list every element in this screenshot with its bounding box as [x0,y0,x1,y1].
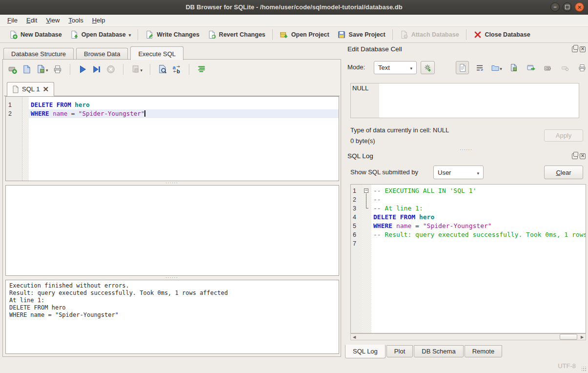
editor-fold-margin [22,97,29,181]
save-sql-file-button[interactable] [36,64,48,74]
find-button[interactable] [158,64,167,74]
minimize-button[interactable] [550,2,560,12]
execute-all-button[interactable] [78,64,87,74]
print-cell-button[interactable] [575,61,588,74]
close-database-button[interactable]: Close Database [469,28,534,41]
titlebar: DB Browser for SQLite - /home/user/code/… [0,0,588,15]
window-title: DB Browser for SQLite - /home/user/code/… [185,3,402,11]
menu-view[interactable]: View [41,15,64,26]
link-button[interactable] [541,61,554,74]
save-cell-icon [509,63,518,72]
mode-select[interactable]: Text [374,61,417,74]
write-changes-button[interactable]: Write Changes [141,28,203,41]
execute-line-button[interactable] [92,64,101,74]
print-icon [53,64,62,74]
open-sql-new-tab-button[interactable] [8,64,18,74]
resize-grip-icon[interactable] [582,367,587,372]
right-dock: Edit Database Cell Mode: Text NULL Type … [344,43,588,373]
attach-database-button: Attach Database [396,28,463,41]
clear-log-button[interactable]: Clear [544,166,583,179]
cell-editor-toolbar [456,61,588,74]
save-sql-dropdown-icon[interactable] [46,65,48,74]
scroll-left-icon[interactable] [351,334,358,340]
auto-apply-button[interactable] [421,61,435,74]
close-panel-icon[interactable] [580,46,586,52]
log-horizontal-scrollbar[interactable] [350,333,586,340]
save-results-icon [131,64,141,74]
open-in-external-button[interactable] [524,61,537,74]
word-wrap-icon [475,63,484,72]
toolbar-separator [189,64,189,75]
new-database-button[interactable]: New Database [5,28,66,41]
sql-log-filter-row: Show SQL submitted by User Clear [350,166,585,180]
tab-sql-log[interactable]: SQL Log [345,345,385,358]
open-project-button[interactable]: Open Project [276,28,333,41]
menu-file[interactable]: File [3,15,22,26]
import-dropdown-icon[interactable] [500,63,502,72]
tab-remote[interactable]: Remote [465,345,503,357]
tab-execute-sql[interactable]: Execute SQL [130,46,183,60]
sql-editor[interactable]: 1 2 DELETE FROM hero WHERE name = "Spide… [5,96,339,181]
gear-icon [424,63,432,72]
submitted-by-select[interactable]: User [433,166,484,179]
close-panel-icon[interactable] [580,153,586,159]
close-database-icon [473,30,482,39]
text-cursor [144,110,145,117]
save-project-icon [337,30,346,39]
tab-browse-data[interactable]: Browse Data [76,48,128,60]
sql-log-view[interactable]: 1 2 3 4 5 6 7 -- EXECUTING ALL IN 'SQL 1… [350,184,586,333]
scroll-right-icon[interactable] [579,334,586,340]
sql-line-1: DELETE FROM hero [29,101,339,109]
undock-panel-icon[interactable] [572,153,578,159]
save-sql-file-icon [36,64,46,74]
save-project-button[interactable]: Save Project [333,28,389,41]
close-sql-tab-icon[interactable]: ✕ [42,85,49,93]
cell-mode-row: Mode: Text [347,61,585,75]
dock-splitter[interactable] [344,148,588,152]
stop-button [106,64,116,74]
toolbar-separator [392,29,393,40]
editor-code-area[interactable]: DELETE FROM hero WHERE name = "Spider-Yo… [29,97,339,181]
fold-collapse-icon[interactable] [364,188,368,193]
svg-text:b: b [177,68,180,74]
print-sql-button[interactable] [53,64,62,74]
tab-plot[interactable]: Plot [386,345,413,357]
sql-1-tab[interactable]: SQL 1 ✕ [7,82,54,96]
open-database-dropdown-icon[interactable] [129,31,131,38]
open-database-button[interactable]: Open Database [66,28,135,41]
execute-sql-pane: ab SQL 1 ✕ 1 2 DELETE FROM hero WHERE na… [2,59,341,357]
cell-value-area[interactable] [379,83,579,118]
results-grid[interactable] [5,185,339,276]
menubar: File Edit View Tools Help [0,15,588,27]
close-button[interactable] [575,2,584,12]
results-output-splitter[interactable] [3,276,341,280]
mode-label: Mode: [347,63,365,71]
revert-changes-button[interactable]: Revert Changes [203,28,269,41]
find-replace-button[interactable]: ab [172,64,182,74]
tab-database-structure[interactable]: Database Structure [3,48,74,60]
open-sql-file-icon [22,64,32,74]
format-sql-button[interactable] [197,64,206,74]
filter-label: Show SQL submitted by [350,168,418,176]
sql-tab-bar: SQL 1 ✕ [4,81,340,96]
scrollbar-thumb[interactable] [560,334,577,340]
menu-help[interactable]: Help [88,15,110,26]
export-cell-data-button[interactable] [507,61,520,74]
maximize-button[interactable] [563,2,572,12]
set-null-icon [561,63,569,72]
new-database-icon [9,30,18,39]
cell-value-editor[interactable]: NULL [350,83,579,118]
dock-tab-bar: SQL Log Plot DB Schema Remote [345,345,503,358]
open-sql-file-button[interactable] [22,64,32,74]
undock-panel-icon[interactable] [572,46,578,52]
tab-db-schema[interactable]: DB Schema [414,345,463,357]
word-wrap-button[interactable] [473,61,486,74]
import-cell-data-button[interactable] [490,61,503,74]
execution-output[interactable]: Execution finished without errors. Resul… [5,280,339,354]
text-mode-button[interactable] [456,61,469,74]
editor-results-splitter[interactable] [3,181,341,185]
find-icon [158,64,167,74]
save-results-button [131,64,143,74]
menu-tools[interactable]: Tools [64,15,87,26]
menu-edit[interactable]: Edit [22,15,41,26]
